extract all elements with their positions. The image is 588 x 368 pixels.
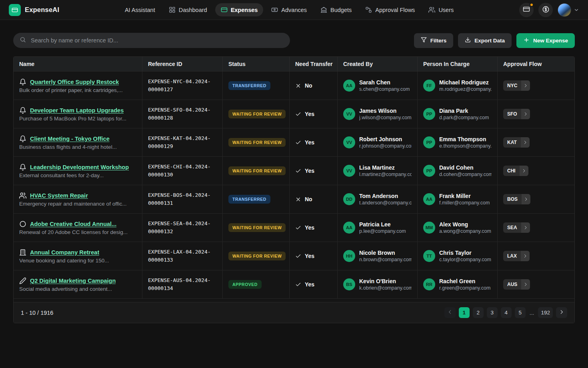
- created-by-name: Kevin O'Brien: [359, 278, 412, 284]
- check-icon: [295, 253, 301, 259]
- approval-flow-cell: NYC: [498, 72, 574, 100]
- person-in-charge-avatar: PP: [423, 136, 435, 148]
- approval-flow-button[interactable]: KAT: [503, 137, 530, 148]
- expense-name-link[interactable]: Client Meeting - Tokyo Office: [30, 136, 110, 142]
- status-badge: APPROVED: [228, 280, 262, 289]
- chevron-right-icon: [521, 222, 530, 233]
- plus-icon: [523, 37, 530, 44]
- page-button-5[interactable]: 5: [515, 307, 526, 318]
- export-data-button[interactable]: Export Data: [458, 33, 512, 48]
- expense-name-link[interactable]: Adobe Creative Cloud Annual...: [30, 221, 116, 227]
- page-button-3[interactable]: 3: [487, 307, 498, 318]
- new-expense-button[interactable]: New Expense: [516, 33, 575, 48]
- expense-name-link[interactable]: Developer Team Laptop Upgrades: [30, 107, 124, 114]
- approval-flow-button[interactable]: BOS: [503, 194, 530, 204]
- app-title: ExpenseAI: [25, 6, 59, 14]
- approval-flow-button[interactable]: NYC: [503, 80, 530, 91]
- chevron-right-icon: [521, 80, 530, 91]
- person-in-charge-name: Michael Rodriguez: [439, 79, 492, 86]
- name-cell: Developer Team Laptop Upgrades Purchase …: [14, 100, 142, 128]
- app-logo-icon: [9, 4, 21, 16]
- approval-flow-code: BOS: [503, 194, 522, 204]
- new-expense-label: New Expense: [533, 38, 568, 44]
- nav-item-budgets[interactable]: Budgets: [315, 3, 357, 16]
- page-button-4[interactable]: 4: [501, 307, 512, 318]
- nav-item-users[interactable]: Users: [423, 3, 459, 16]
- chevron-right-icon: [521, 137, 530, 148]
- next-page-button[interactable]: [556, 307, 567, 318]
- page-button-1[interactable]: 1: [459, 307, 470, 318]
- grid-icon: [169, 6, 176, 13]
- approval-flow-code: LAX: [503, 251, 521, 261]
- table-row: Quarterly Office Supply Restock Bulk ord…: [14, 71, 574, 100]
- expense-name-link[interactable]: Leadership Development Workshop: [30, 164, 129, 170]
- person-in-charge-name: Frank Miller: [439, 193, 490, 199]
- filter-icon: [421, 37, 427, 44]
- chevron-right-icon: [521, 279, 530, 290]
- expense-description: External consultant fees for 2-day...: [19, 172, 104, 178]
- approval-flow-button[interactable]: LAX: [503, 251, 530, 261]
- table-row: HVAC System Repair Emergency repair and …: [14, 185, 574, 213]
- created-by-name: Patricia Lee: [359, 221, 406, 228]
- table-row: Q2 Digital Marketing Campaign Social med…: [14, 270, 574, 298]
- cash-icon: [271, 6, 278, 13]
- currency-button[interactable]: [538, 3, 553, 17]
- prev-page-button[interactable]: [444, 307, 456, 318]
- approval-flow-code: AUS: [503, 279, 521, 290]
- filters-label: Filters: [430, 38, 447, 44]
- chevron-left-icon: [447, 309, 453, 316]
- nav-item-approval-flows[interactable]: Approval Flows: [360, 3, 420, 16]
- person-in-charge-email: e.thompson@company.com: [439, 143, 492, 149]
- expense-name-link[interactable]: HVAC System Repair: [30, 192, 88, 199]
- circle-icon: [19, 220, 26, 228]
- approval-flow-button[interactable]: CHI: [503, 166, 528, 176]
- flow-icon: [365, 6, 372, 13]
- bell-icon: [19, 107, 26, 114]
- created-by-avatar: DD: [343, 193, 355, 205]
- column-header: Person In Charge: [418, 57, 498, 71]
- filters-button[interactable]: Filters: [414, 33, 454, 48]
- expense-name-link[interactable]: Quarterly Office Supply Restock: [30, 79, 119, 85]
- need-transfer-cell: No: [290, 72, 338, 100]
- approval-flow-button[interactable]: AUS: [503, 279, 530, 290]
- nav-item-ai-assistant[interactable]: AI Assistant: [119, 4, 161, 16]
- pager: 12345...192: [444, 307, 567, 318]
- nav-item-expenses[interactable]: Expenses: [215, 3, 264, 16]
- status-cell: WAITING FOR REVIEW: [223, 100, 290, 128]
- status-cell: WAITING FOR REVIEW: [223, 128, 290, 156]
- table-row: Adobe Creative Cloud Annual... Renewal o…: [14, 213, 574, 242]
- name-cell: Adobe Creative Cloud Annual... Renewal o…: [14, 214, 142, 242]
- created-by-avatar: VV: [343, 108, 355, 120]
- created-by-name: Sarah Chen: [359, 79, 410, 86]
- card-transactions-button[interactable]: [519, 3, 534, 17]
- nav-item-advances[interactable]: Advances: [266, 3, 312, 16]
- table-row: Leadership Development Workshop External…: [14, 156, 574, 185]
- expense-name-link[interactable]: Q2 Digital Marketing Campaign: [30, 278, 116, 284]
- created-by-name: Tom Anderson: [359, 193, 412, 199]
- expense-description: Business class flights and 4-night hotel…: [19, 144, 117, 150]
- approval-flow-cell: SEA: [498, 214, 574, 242]
- column-header: Approval Flow: [498, 57, 574, 71]
- person-in-charge-avatar: PP: [423, 108, 435, 120]
- approval-flow-button[interactable]: SEA: [503, 222, 530, 233]
- check-icon: [295, 111, 301, 117]
- building-icon: [19, 249, 26, 256]
- page-button-192[interactable]: 192: [538, 307, 553, 318]
- chevron-right-icon: [522, 194, 530, 204]
- reference-cell: EXPENSE-BOS-04.2024-00000131: [142, 185, 223, 213]
- bell-icon: [19, 135, 26, 142]
- person-in-charge-cell: MM Alex Wong a.wong@company.com: [418, 214, 498, 242]
- toolbar-actions: Filters Export Data New Expense: [414, 33, 575, 48]
- page-button-2[interactable]: 2: [473, 307, 484, 318]
- search-input[interactable]: [30, 37, 284, 44]
- search-box[interactable]: [13, 33, 290, 48]
- expense-name-link[interactable]: Annual Company Retreat: [30, 249, 99, 256]
- name-cell: Annual Company Retreat Venue booking and…: [14, 242, 142, 270]
- expense-description: Emergency repair and maintenance of offi…: [19, 201, 126, 207]
- toolbar: Filters Export Data New Expense: [13, 33, 575, 48]
- person-in-charge-cell: AA Frank Miller f.miller@company.com: [418, 185, 498, 213]
- approval-flow-button[interactable]: SFO: [503, 109, 530, 119]
- person-in-charge-email: a.wong@company.com: [439, 228, 491, 234]
- nav-item-dashboard[interactable]: Dashboard: [163, 3, 213, 16]
- user-menu[interactable]: [558, 3, 579, 17]
